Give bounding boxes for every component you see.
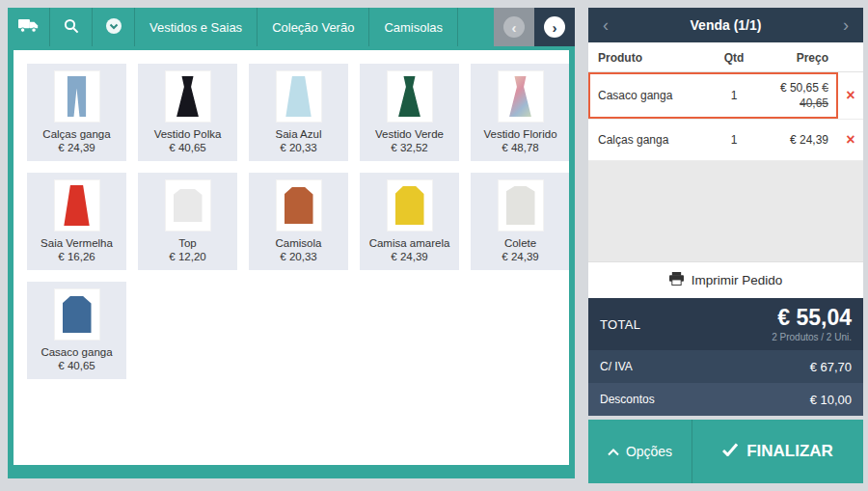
product-card-saia-vermelha[interactable]: Saia Vermelha € 16,26 xyxy=(27,173,126,270)
product-image-white-vest xyxy=(499,180,543,231)
sale-prev-button[interactable]: ‹ xyxy=(588,15,623,36)
search-icon xyxy=(64,18,79,37)
product-card-vestido-verde[interactable]: Vestido Verde € 32,52 xyxy=(360,64,459,161)
product-card-camisola[interactable]: Camisola € 20,33 xyxy=(249,173,348,270)
product-card-top[interactable]: Top € 12,20 xyxy=(138,173,237,270)
product-price: € 16,26 xyxy=(58,251,95,262)
product-card-camisa-amarela[interactable]: Camisa amarela € 24,39 xyxy=(360,173,459,270)
options-button[interactable]: Opções xyxy=(588,420,692,483)
product-name: Top xyxy=(178,237,197,249)
product-image-floral-dress xyxy=(499,71,543,122)
sale-row-main: Calças ganga 1 € 24,39 xyxy=(588,120,838,160)
product-name: Camisola xyxy=(276,237,322,249)
sale-item-name: Calças ganga xyxy=(598,133,709,147)
remove-item-button[interactable]: × xyxy=(838,120,863,160)
product-name: Calças ganga xyxy=(42,128,110,140)
discount-value: € 10,00 xyxy=(810,393,852,407)
sale-row-main: Casaco ganga 1 € 50,65 € 40,65 xyxy=(588,72,838,119)
product-price: € 12,20 xyxy=(169,251,205,262)
product-card-colete[interactable]: Colete € 24,39 xyxy=(471,173,569,270)
iva-value: € 67,70 xyxy=(810,360,852,374)
tab-colecao-verao[interactable]: Coleção Verão xyxy=(258,8,369,46)
product-image-black-dress xyxy=(166,71,210,122)
sale-item-qty: 1 xyxy=(709,89,759,102)
iva-label: C/ IVA xyxy=(600,360,633,373)
column-qtd: Qtd xyxy=(709,51,759,65)
product-name: Vestido Verde xyxy=(375,128,444,140)
product-card-casaco-ganga[interactable]: Casaco ganga € 40,65 xyxy=(27,282,126,379)
catalog-toolbar: Vestidos e Saias Coleção Verão Camisolas… xyxy=(8,8,575,46)
product-name: Vestido Polka xyxy=(154,128,222,140)
product-image-red-skirt xyxy=(55,180,99,231)
sale-empty-area xyxy=(588,161,863,261)
remove-item-button[interactable]: × xyxy=(838,72,863,119)
product-image-green-dress xyxy=(388,71,432,122)
product-name: Vestido Florido xyxy=(483,128,556,140)
sale-item-price: € 24,39 xyxy=(790,133,828,147)
options-label: Opções xyxy=(626,444,672,459)
column-produto: Produto xyxy=(598,51,709,65)
product-name: Casaco ganga xyxy=(41,346,112,358)
product-card-vestido-florido[interactable]: Vestido Florido € 48,78 xyxy=(471,64,569,161)
product-image-blue-skirt xyxy=(277,71,321,122)
sale-footer: Opções FINALIZAR xyxy=(588,420,863,483)
product-card-calcas-ganga[interactable]: Calças ganga € 24,39 xyxy=(27,64,126,161)
sale-panel: ‹ Venda (1/1) › Produto Qtd Preço Casaco… xyxy=(588,8,863,483)
discount-label: Descontos xyxy=(600,393,655,406)
total-section: TOTAL € 55,04 2 Produtos / 2 Uni. xyxy=(588,298,863,350)
tab-camisolas[interactable]: Camisolas xyxy=(369,8,458,46)
product-image-rust-sweater xyxy=(277,180,321,231)
product-price: € 40,65 xyxy=(169,142,205,153)
finalize-button[interactable]: FINALIZAR xyxy=(692,420,863,483)
product-price: € 48,78 xyxy=(502,142,538,153)
column-preco: Preço xyxy=(759,51,828,65)
chevron-up-icon xyxy=(608,444,619,459)
chevron-right-icon: › xyxy=(544,16,565,38)
discount-row: Descontos € 10,00 xyxy=(588,383,863,416)
total-subtext: 2 Produtos / 2 Uni. xyxy=(772,332,852,342)
product-image-jeans xyxy=(55,71,99,122)
product-name: Saia Vermelha xyxy=(41,237,113,249)
categories-next-button[interactable]: › xyxy=(534,8,575,46)
sale-row-casaco-ganga[interactable]: Casaco ganga 1 € 50,65 € 40,65 × xyxy=(588,72,863,120)
sale-item-price: € 50,65 xyxy=(780,81,819,95)
product-price: € 20,33 xyxy=(280,251,316,262)
sale-row-calcas-ganga[interactable]: Calças ganga 1 € 24,39 × xyxy=(588,120,863,161)
catalog-panel: Vestidos e Saias Coleção Verão Camisolas… xyxy=(8,8,575,478)
sale-header: ‹ Venda (1/1) › xyxy=(588,8,863,42)
finalize-label: FINALIZAR xyxy=(746,442,833,461)
product-price: € 24,39 xyxy=(502,251,538,262)
categories-prev-button[interactable]: ‹ xyxy=(494,8,534,46)
product-price: € 24,39 xyxy=(391,251,427,262)
close-icon: × xyxy=(846,87,854,104)
product-price: € 40,65 xyxy=(58,360,95,371)
close-icon: × xyxy=(846,131,854,149)
product-image-yellow-shirt xyxy=(388,180,432,231)
tab-vestidos-e-saias[interactable]: Vestidos e Saias xyxy=(135,8,258,46)
total-label: TOTAL xyxy=(600,317,640,332)
product-price: € 20,33 xyxy=(280,142,316,153)
search-button[interactable] xyxy=(50,8,93,46)
product-price: € 24,39 xyxy=(58,142,95,153)
product-card-saia-azul[interactable]: Saia Azul € 20,33 xyxy=(249,64,348,161)
product-grid: Calças ganga € 24,39 Vestido Polka € 40,… xyxy=(27,64,556,379)
delivery-button[interactable] xyxy=(8,8,50,46)
product-card-vestido-polka[interactable]: Vestido Polka € 40,65 xyxy=(138,64,237,161)
truck-icon xyxy=(18,17,40,37)
chevron-left-icon: ‹ xyxy=(503,16,525,38)
sale-next-button[interactable]: › xyxy=(828,15,863,36)
sale-item-qty: 1 xyxy=(709,133,759,147)
sale-title: Venda (1/1) xyxy=(623,17,828,33)
sale-item-name: Casaco ganga xyxy=(598,89,709,102)
total-value: € 55,04 xyxy=(772,306,852,329)
product-name: Saia Azul xyxy=(276,128,322,140)
print-order-button[interactable]: Imprimir Pedido xyxy=(588,261,863,298)
sale-table-header: Produto Qtd Preço xyxy=(588,42,863,72)
print-order-label: Imprimir Pedido xyxy=(692,273,783,287)
collapse-button[interactable] xyxy=(93,8,135,46)
product-price: € 32,52 xyxy=(391,142,427,153)
product-image-denim-jacket xyxy=(55,289,99,340)
product-grid-area: Calças ganga € 24,39 Vestido Polka € 40,… xyxy=(14,50,569,465)
check-icon xyxy=(722,442,738,461)
printer-icon xyxy=(669,272,684,288)
